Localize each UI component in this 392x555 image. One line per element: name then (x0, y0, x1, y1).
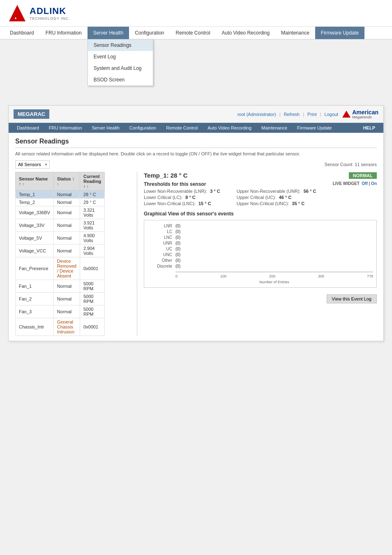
logout-link[interactable]: Logout (325, 112, 339, 117)
table-row[interactable]: Temp_1 Normal 28 ° C (16, 191, 105, 199)
megarac-nav-firmware[interactable]: Firmware Update (292, 123, 337, 133)
nav-remote-control[interactable]: Remote Control (170, 27, 216, 39)
x-axis-label: 305 (318, 274, 324, 278)
lower-thresholds: Lower Non-Recoverable (LNR): 3 ° C Lower… (144, 189, 220, 206)
sensor-filter-select[interactable]: All Sensors (15, 160, 50, 169)
cell-status: Normal (53, 206, 80, 219)
nav-server-health-wrapper: Server Health Sensor Readings Event Log … (88, 27, 129, 39)
dropdown-bsod-screen[interactable]: BSOD Screen (88, 74, 153, 86)
graph-row-label: Other (148, 258, 172, 263)
graph-row: Other (0) (148, 258, 373, 263)
nav-server-health[interactable]: Server Health (88, 27, 129, 39)
sensor-detail-panel: Temp_1: 28 ° C NORMAL Thresholds for thi… (137, 172, 377, 336)
thresholds-title: Thresholds for this sensor LIVE WIDGET O… (144, 181, 377, 187)
cell-status: Normal (53, 305, 80, 318)
live-widget-on[interactable]: On (371, 181, 377, 186)
upper-thresholds: Upper Non-Recoverable (UNR): 56 ° C Uppe… (237, 189, 316, 206)
user-info: root (Administrator) (238, 112, 276, 117)
cell-status: Device Removed / Device Absent (53, 257, 80, 280)
megarac-nav-auto-video[interactable]: Auto Video Recording (203, 123, 256, 133)
graph-container: LNR (0) LC (0) LNC (0) UNR (0) UC (0) UN… (144, 220, 377, 288)
lc-value: 8 ° C (185, 195, 196, 200)
lc-row: Lower Critical (LC): 8 ° C (144, 195, 220, 200)
table-row[interactable]: Fan_3 Normal 5000 RPM (16, 305, 105, 318)
sensor-table: Sensor Name ↑ Status ↑ Current Reading ↑… (15, 172, 105, 336)
graph-footer: View this Event Log (144, 291, 377, 303)
x-axis-label: 100 (220, 274, 226, 278)
col-status[interactable]: Status ↑ (53, 172, 80, 191)
graph-row-label: LNC (148, 235, 172, 240)
live-widget-off[interactable]: Off (362, 181, 367, 186)
nav-fru-information[interactable]: FRU Information (40, 27, 88, 39)
nav-maintenance[interactable]: Maintenance (275, 27, 315, 39)
cell-reading: 28 ° C (80, 191, 104, 199)
sensor-description: All sensor related information will be d… (15, 151, 377, 156)
col-sensor-name[interactable]: Sensor Name ↑ (16, 172, 54, 191)
cell-reading: 3.321 Volts (80, 206, 104, 219)
megarac-help[interactable]: HELP (358, 123, 380, 133)
nav-firmware-update[interactable]: Firmware Update (315, 27, 364, 39)
threshold-values: Lower Non-Recoverable (LNR): 3 ° C Lower… (144, 189, 377, 206)
lnc-value: 15 ° C (198, 201, 211, 206)
megarac-nav-maintenance[interactable]: Maintenance (256, 123, 292, 133)
cell-status: Normal (53, 219, 80, 232)
nav-dashboard[interactable]: Dashboard (4, 27, 40, 39)
cell-status: Normal (53, 293, 80, 305)
cell-status: Normal (53, 280, 80, 293)
sensor-filter-row: All Sensors Sensor Count: 11 sensors (15, 160, 377, 169)
cell-sensor-name: Chassis_Intr (16, 318, 54, 336)
dropdown-system-audit-log[interactable]: System and Audit Log (88, 62, 153, 74)
cell-sensor-name: Voltage_33V (16, 219, 54, 232)
dropdown-event-log[interactable]: Event Log (88, 51, 153, 62)
cell-reading: 5000 RPM (80, 293, 104, 305)
megarac-nav-server-health[interactable]: Server Health (87, 123, 125, 133)
dropdown-sensor-readings[interactable]: Sensor Readings (88, 39, 153, 51)
live-widget-links: LIVE WIDGET Off | On (333, 181, 377, 187)
table-row[interactable]: Fan_Presence Device Removed / Device Abs… (16, 257, 105, 280)
table-row[interactable]: Voltage_5V Normal 4.900 Volts (16, 232, 105, 245)
col-current-reading[interactable]: Current Reading ↑ (80, 172, 104, 191)
adlink-name: ADLINK (30, 6, 70, 16)
table-row[interactable]: Fan_2 Normal 5000 RPM (16, 293, 105, 305)
view-event-log-btn[interactable]: View this Event Log (327, 294, 377, 303)
nav-auto-video-recording[interactable]: Auto Video Recording (216, 27, 276, 39)
brand-sub: Megatrends (352, 116, 378, 119)
thresholds-section: Thresholds for this sensor LIVE WIDGET O… (144, 181, 377, 206)
server-health-dropdown: Sensor Readings Event Log System and Aud… (88, 39, 153, 86)
sensor-content: Sensor Readings All sensor related infor… (9, 133, 383, 341)
cell-reading: 29 ° C (80, 199, 104, 206)
cell-sensor-name: Fan_1 (16, 280, 54, 293)
uc-label: Upper Critical (UC): (237, 195, 276, 200)
cell-sensor-name: Voltage_VCC (16, 245, 54, 257)
megarac-nav-configuration[interactable]: Configuration (125, 123, 161, 133)
graph-row-label: UC (148, 247, 172, 251)
adlink-logo-icon: ▲ (8, 4, 26, 22)
graph-row: UNC (0) (148, 252, 373, 257)
graph-row-value: (0) (175, 247, 180, 251)
sensor-table-area: Sensor Name ↑ Status ↑ Current Reading ↑… (15, 172, 130, 336)
detail-sensor-name: Temp_1: 28 ° C (144, 172, 188, 179)
table-row[interactable]: Voltage_336BV Normal 3.321 Volts (16, 206, 105, 219)
lnr-label: Lower Non-Recoverable (LNR): (144, 189, 207, 194)
lc-label: Lower Critical (LC): (144, 195, 182, 200)
nav-configuration[interactable]: Configuration (129, 27, 170, 39)
cell-sensor-name: Voltage_5V (16, 232, 54, 245)
lnr-value: 3 ° C (210, 189, 220, 194)
print-link[interactable]: Print (307, 112, 317, 117)
logo-area: ▲ ADLINK TECHNOLOGY INC. (8, 4, 70, 22)
megarac-nav-remote-control[interactable]: Remote Control (161, 123, 203, 133)
table-row[interactable]: Fan_1 Normal 5000 RPM (16, 280, 105, 293)
cell-sensor-name: Temp_1 (16, 191, 54, 199)
megarac-nav-dashboard[interactable]: Dashboard (12, 123, 44, 133)
cell-status: General Chassis Intrusion (53, 318, 80, 336)
table-row[interactable]: Temp_2 Normal 29 ° C (16, 199, 105, 206)
megarac-nav-fru[interactable]: FRU Information (44, 123, 87, 133)
logo-text: ADLINK TECHNOLOGY INC. (30, 6, 70, 21)
refresh-link[interactable]: Refresh (284, 112, 300, 117)
top-navigation: Dashboard FRU Information Server Health … (0, 27, 392, 39)
megarac-nav: Dashboard FRU Information Server Health … (9, 123, 383, 133)
table-row[interactable]: Chassis_Intr General Chassis Intrusion 0… (16, 318, 105, 336)
table-row[interactable]: Voltage_VCC Normal 2.904 Volts (16, 245, 105, 257)
graph-row-value: (0) (175, 241, 180, 245)
table-row[interactable]: Voltage_33V Normal 3.921 Volts (16, 219, 105, 232)
